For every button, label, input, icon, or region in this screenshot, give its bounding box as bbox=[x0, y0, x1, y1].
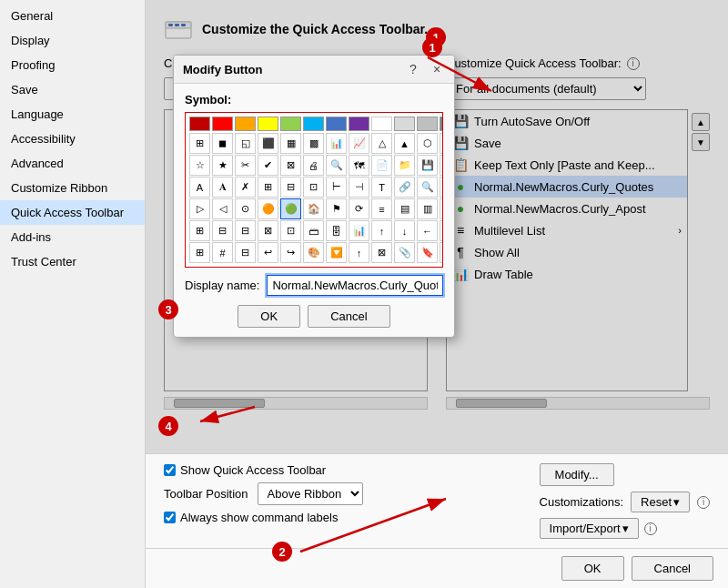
sym-76[interactable]: ⊡ bbox=[280, 220, 301, 241]
sym-91[interactable]: # bbox=[212, 242, 233, 263]
sym-5[interactable]: ▩ bbox=[303, 133, 324, 154]
sym-26[interactable]: 📄 bbox=[371, 155, 392, 176]
sidebar-item-display[interactable]: Display bbox=[0, 28, 145, 53]
color-cell-7[interactable] bbox=[349, 117, 369, 131]
sidebar-item-accessibility[interactable]: Accessibility bbox=[0, 127, 145, 151]
color-cell-3[interactable] bbox=[258, 117, 278, 131]
sym-96[interactable]: 🔽 bbox=[326, 242, 347, 263]
sym-81[interactable]: ↓ bbox=[394, 220, 415, 241]
sym-57[interactable]: 🟠 bbox=[258, 198, 278, 219]
sym-59[interactable]: 🏠 bbox=[303, 198, 324, 219]
display-name-input[interactable] bbox=[267, 275, 443, 296]
sym-28[interactable]: 💾 bbox=[417, 155, 438, 176]
sym-38[interactable]: ✗ bbox=[235, 177, 256, 198]
sym-23[interactable]: 🖨 bbox=[303, 155, 324, 176]
sym-61[interactable]: ⟳ bbox=[349, 198, 369, 219]
dialog-close-button[interactable]: × bbox=[429, 61, 445, 77]
sym-45[interactable]: 🔗 bbox=[394, 177, 415, 198]
sym-29[interactable]: ✉ bbox=[440, 155, 443, 176]
sym-92[interactable]: ⊟ bbox=[235, 242, 256, 263]
color-cell-5[interactable] bbox=[303, 117, 324, 131]
dialog-ok-button[interactable]: OK bbox=[238, 305, 300, 328]
sym-80[interactable]: ↑ bbox=[371, 220, 392, 241]
sidebar-item-quick-access[interactable]: Quick Access Toolbar bbox=[0, 200, 145, 225]
sym-9[interactable]: ▲ bbox=[394, 133, 415, 154]
sym-83[interactable]: → bbox=[440, 220, 443, 241]
sidebar-item-advanced[interactable]: Advanced bbox=[0, 151, 145, 176]
sym-3[interactable]: ⬛ bbox=[258, 133, 278, 154]
sym-0[interactable]: ⊞ bbox=[189, 133, 210, 154]
reset-button[interactable]: Reset ▾ bbox=[631, 492, 690, 512]
sym-65[interactable]: ▦ bbox=[440, 198, 443, 219]
sym-78[interactable]: 🗄 bbox=[326, 220, 347, 241]
toolbar-position-dropdown[interactable]: Above Ribbon bbox=[258, 482, 363, 505]
sym-41[interactable]: ⊡ bbox=[303, 177, 324, 198]
sidebar-item-general[interactable]: General bbox=[0, 4, 145, 28]
sym-19[interactable]: ★ bbox=[212, 155, 233, 176]
dialog-help-button[interactable]: ? bbox=[405, 61, 421, 77]
sym-18[interactable]: ☆ bbox=[189, 155, 210, 176]
sym-95[interactable]: 🎨 bbox=[303, 242, 324, 263]
sym-21[interactable]: ✔ bbox=[258, 155, 278, 176]
sym-101[interactable]: … bbox=[440, 242, 443, 263]
sym-60[interactable]: ⚑ bbox=[326, 198, 347, 219]
reset-info-icon[interactable]: i bbox=[697, 496, 710, 509]
sym-72[interactable]: ⊞ bbox=[189, 220, 210, 241]
color-cell-11[interactable] bbox=[440, 117, 443, 131]
sym-79[interactable]: 📊 bbox=[349, 220, 369, 241]
sym-55[interactable]: ◁ bbox=[212, 198, 233, 219]
main-ok-button[interactable]: OK bbox=[561, 556, 624, 581]
show-toolbar-checkbox-label[interactable]: Show Quick Access Toolbar bbox=[164, 463, 326, 477]
sidebar-item-language[interactable]: Language bbox=[0, 102, 145, 127]
sym-11[interactable]: ◆ bbox=[440, 133, 443, 154]
sym-36[interactable]: A bbox=[189, 177, 210, 198]
sym-62[interactable]: ≡ bbox=[371, 198, 392, 219]
color-cell-10[interactable] bbox=[417, 117, 438, 131]
sym-2[interactable]: ◱ bbox=[235, 133, 256, 154]
sym-77[interactable]: 🗃 bbox=[303, 220, 324, 241]
import-info-icon[interactable]: i bbox=[644, 522, 657, 535]
import-export-button[interactable]: Import/Export ▾ bbox=[540, 518, 639, 539]
always-show-checkbox-label[interactable]: Always show command labels bbox=[164, 511, 338, 524]
sym-93[interactable]: ↩ bbox=[258, 242, 278, 263]
color-cell-9[interactable] bbox=[394, 117, 415, 131]
sym-7[interactable]: 📈 bbox=[349, 133, 369, 154]
always-show-checkbox[interactable] bbox=[164, 512, 176, 523]
sym-74[interactable]: ⊟ bbox=[235, 220, 256, 241]
sym-90[interactable]: ⊞ bbox=[189, 242, 210, 263]
sym-22[interactable]: ⊠ bbox=[280, 155, 301, 176]
sym-94[interactable]: ↪ bbox=[280, 242, 301, 263]
color-cell-0[interactable] bbox=[189, 117, 210, 131]
sym-58[interactable]: 🟢 bbox=[280, 198, 301, 219]
sym-56[interactable]: ⊙ bbox=[235, 198, 256, 219]
color-cell-1[interactable] bbox=[212, 117, 233, 131]
show-toolbar-checkbox[interactable] bbox=[164, 464, 176, 476]
sym-99[interactable]: 📎 bbox=[394, 242, 415, 263]
sidebar-item-trust-center[interactable]: Trust Center bbox=[0, 249, 145, 274]
color-cell-6[interactable] bbox=[326, 117, 347, 131]
sym-4[interactable]: ▦ bbox=[280, 133, 301, 154]
sym-20[interactable]: ✂ bbox=[235, 155, 256, 176]
sym-25[interactable]: 🗺 bbox=[349, 155, 369, 176]
sidebar-item-proofing[interactable]: Proofing bbox=[0, 53, 145, 77]
sym-44[interactable]: T bbox=[371, 177, 392, 198]
sym-82[interactable]: ← bbox=[417, 220, 438, 241]
sym-27[interactable]: 📁 bbox=[394, 155, 415, 176]
sym-46[interactable]: 🔍 bbox=[417, 177, 438, 198]
sym-47[interactable]: 📐 bbox=[440, 177, 443, 198]
sym-8[interactable]: △ bbox=[371, 133, 392, 154]
color-cell-2[interactable] bbox=[235, 117, 256, 131]
sym-6[interactable]: 📊 bbox=[326, 133, 347, 154]
sym-10[interactable]: ⬡ bbox=[417, 133, 438, 154]
sym-54[interactable]: ▷ bbox=[189, 198, 210, 219]
sidebar-item-save[interactable]: Save bbox=[0, 77, 145, 102]
sym-73[interactable]: ⊟ bbox=[212, 220, 233, 241]
color-cell-4[interactable] bbox=[280, 117, 301, 131]
sym-64[interactable]: ▥ bbox=[417, 198, 438, 219]
sym-97[interactable]: ↑ bbox=[349, 242, 369, 263]
sidebar-item-addins[interactable]: Add-ins bbox=[0, 225, 145, 249]
sym-43[interactable]: ⊣ bbox=[349, 177, 369, 198]
sym-1[interactable]: ◼ bbox=[212, 133, 233, 154]
sym-24[interactable]: 🔍 bbox=[326, 155, 347, 176]
sym-63[interactable]: ▤ bbox=[394, 198, 415, 219]
